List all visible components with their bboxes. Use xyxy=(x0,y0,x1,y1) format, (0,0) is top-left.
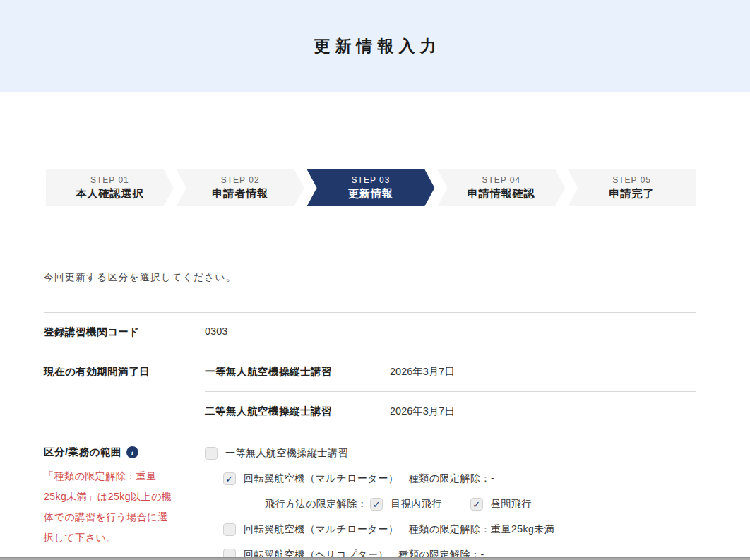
checkbox-label: 昼間飛行 xyxy=(491,498,532,511)
window-bottom-edge xyxy=(0,557,750,560)
checkbox-checked[interactable]: ✓ xyxy=(223,472,236,485)
expiry-row-nito: 二等無人航空機操縦士講習 2026年3月7日 xyxy=(205,391,696,431)
step-name: 申請完了 xyxy=(609,187,655,201)
checkbox-option-chukan[interactable]: ✓ 昼間飛行 xyxy=(470,498,532,511)
step-name: 申請情報確認 xyxy=(468,187,535,201)
update-form-table: 登録講習機関コード 0303 現在の有効期間満了日 一等無人航空機操縦士講習 2… xyxy=(44,312,696,560)
step-number: STEP 05 xyxy=(612,175,651,185)
step-name: 更新情報 xyxy=(348,187,393,201)
page-title: 更新情報入力 xyxy=(309,35,441,57)
step-name: 本人確認選択 xyxy=(76,187,143,201)
nito-course-label: 二等無人航空機操縦士講習 xyxy=(205,405,390,418)
step-number: STEP 04 xyxy=(482,175,520,185)
step-number: STEP 02 xyxy=(221,175,260,185)
org-code-value: 0303 xyxy=(205,313,696,352)
kubun-row: 区分/業務の範囲 i 「種類の限定解除：重量25kg未満」は25kg以上の機体で… xyxy=(44,431,696,560)
step-01-honnin-kakunin: STEP 01 本人確認選択 xyxy=(46,169,174,206)
expiry-label: 現在の有効期間満了日 xyxy=(44,352,205,431)
kubun-label-cell: 区分/業務の範囲 i 「種類の限定解除：重量25kg未満」は25kg以上の機体で… xyxy=(44,431,205,560)
step-04-shinsei-joho-kakunin: STEP 04 申請情報確認 xyxy=(437,169,565,206)
kubun-checkbox-list: 一等無人航空機操縦士講習 ✓ 回転翼航空機（マルチローター） 種類の限定解除：-… xyxy=(205,431,696,560)
checkbox-label: 回転翼航空機（マルチローター） 種類の限定解除：重量25kg未満 xyxy=(244,523,554,536)
step-number: STEP 03 xyxy=(352,175,391,185)
checkbox-unchecked[interactable] xyxy=(205,447,218,460)
kubun-note-red-text: 「種類の限定解除：重量25kg未満」は25kg以上の機体での講習を行う場合に選択… xyxy=(44,466,174,548)
flight-method-row: 飛行方法の限定解除： ✓ 目視内飛行 ✓ 昼間飛行 xyxy=(265,498,696,511)
nito-expiry-date: 2026年3月7日 xyxy=(390,405,696,418)
step-number: STEP 01 xyxy=(90,175,129,185)
step-indicator: STEP 01 本人確認選択 STEP 02 申請者情報 STEP 03 更新情… xyxy=(46,169,696,206)
kubun-label: 区分/業務の範囲 xyxy=(44,446,121,459)
instruction-text: 今回更新する区分を選択してください。 xyxy=(44,271,696,284)
step-03-koshin-joho-active: STEP 03 更新情報 xyxy=(307,169,435,206)
step-name: 申請者情報 xyxy=(212,187,268,201)
expiry-row-itto: 一等無人航空機操縦士講習 2026年3月7日 xyxy=(205,352,696,391)
org-code-row: 登録講習機関コード 0303 xyxy=(44,312,696,352)
itto-course-label: 一等無人航空機操縦士講習 xyxy=(205,365,390,379)
org-code-label: 登録講習機関コード xyxy=(44,313,205,352)
checkbox-label: 目視内飛行 xyxy=(391,498,442,511)
checkbox-checked[interactable]: ✓ xyxy=(470,498,483,511)
checkbox-label: 一等無人航空機操縦士講習 xyxy=(225,447,348,460)
step-02-shinseisha-joho: STEP 02 申請者情報 xyxy=(177,169,304,206)
checkbox-option-mokushinai[interactable]: ✓ 目視内飛行 xyxy=(370,498,442,511)
step-05-shinsei-kanryo: STEP 05 申請完了 xyxy=(568,169,696,206)
expiry-sub-table: 一等無人航空機操縦士講習 2026年3月7日 二等無人航空機操縦士講習 2026… xyxy=(205,352,696,431)
checkbox-row-multirotor-25kg[interactable]: 回転翼航空機（マルチローター） 種類の限定解除：重量25kg未満 xyxy=(223,523,696,536)
flight-method-label: 飛行方法の限定解除： xyxy=(265,498,367,511)
checkbox-unchecked[interactable] xyxy=(223,523,236,536)
info-icon[interactable]: i xyxy=(126,446,138,458)
itto-expiry-date: 2026年3月7日 xyxy=(390,365,696,379)
checkbox-row-itto[interactable]: 一等無人航空機操縦士講習 xyxy=(205,447,696,460)
page-header: 更新情報入力 xyxy=(0,0,750,92)
checkbox-row-multirotor-none[interactable]: ✓ 回転翼航空機（マルチローター） 種類の限定解除：- xyxy=(223,472,696,485)
checkbox-label: 回転翼航空機（マルチローター） 種類の限定解除：- xyxy=(244,472,494,485)
checkbox-checked[interactable]: ✓ xyxy=(370,498,383,511)
expiry-row: 現在の有効期間満了日 一等無人航空機操縦士講習 2026年3月7日 二等無人航空… xyxy=(44,352,696,431)
